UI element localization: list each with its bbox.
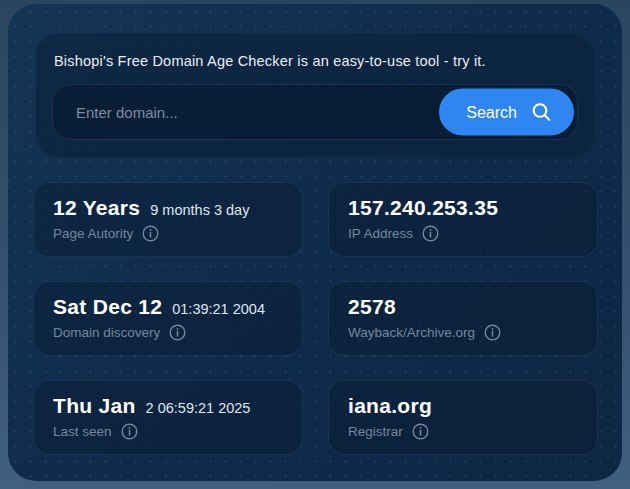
card-registrar: iana.org Registrar [328,380,598,455]
page-authority-label: Page Autority [53,226,133,241]
info-circle-icon[interactable] [142,225,159,242]
card-ip-address: 157.240.253.35 IP Address [328,182,598,257]
domain-discovery-value: Sat Dec 12 [53,295,162,319]
info-circle-icon[interactable] [484,324,501,341]
info-circle-icon[interactable] [169,324,186,341]
wayback-archive-value: 2578 [348,295,396,319]
ip-address-label: IP Address [348,226,413,241]
domain-age-checker-panel: Bishopi's Free Domain Age Checker is an … [8,4,622,481]
magnifier-icon [531,102,552,123]
search-button-label: Search [466,103,517,121]
wayback-archive-label: Wayback/Archive.org [348,325,475,340]
card-last-seen: Thu Jan 2 06:59:21 2025 Last seen [33,380,303,455]
intro-heading: Bishopi's Free Domain Age Checker is an … [36,34,594,69]
search-row: Search [52,84,578,140]
page-authority-value: 12 Years [53,196,140,220]
registrar-label: Registrar [348,424,403,439]
last-seen-value-detail: 2 06:59:21 2025 [146,400,251,416]
stats-card-grid: 12 Years 9 months 3 day Page Autority 15… [33,182,598,455]
card-wayback-archive: 2578 Wayback/Archive.org [328,281,598,356]
search-button[interactable]: Search [439,89,574,136]
page-authority-value-detail: 9 months 3 day [150,202,249,218]
card-page-authority: 12 Years 9 months 3 day Page Autority [33,182,303,257]
domain-discovery-label: Domain discovery [53,325,160,340]
card-domain-discovery: Sat Dec 12 01:39:21 2004 Domain discover… [33,281,303,356]
registrar-value: iana.org [348,394,432,418]
search-section: Bishopi's Free Domain Age Checker is an … [35,33,595,158]
domain-discovery-value-detail: 01:39:21 2004 [172,301,265,317]
ip-address-value: 157.240.253.35 [348,196,498,220]
info-circle-icon[interactable] [422,225,439,242]
last-seen-value: Thu Jan [53,394,136,418]
info-circle-icon[interactable] [121,423,138,440]
info-circle-icon[interactable] [412,423,429,440]
last-seen-label: Last seen [53,424,112,439]
